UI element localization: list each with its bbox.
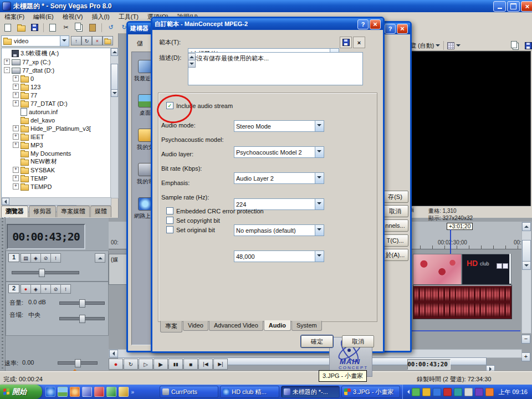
close-button[interactable] (397, 24, 408, 34)
checkbox-icon[interactable] (166, 207, 173, 214)
open-project-button[interactable] (15, 22, 27, 33)
tree-item[interactable]: +TEMPD (2, 182, 111, 191)
preview-quality-dropdown[interactable]: 覽 (自動) (410, 42, 434, 50)
track-level-slider[interactable] (12, 271, 79, 274)
video-event-photo[interactable] (413, 254, 462, 285)
tree-item[interactable]: +TEMP (2, 174, 111, 182)
tab-system[interactable]: System (291, 321, 322, 331)
window-titlebar[interactable]: 未標題的 * - Sony Vegas Pro 8.0 (0, 0, 532, 12)
dock-handle[interactable] (0, 218, 6, 371)
tree-item[interactable]: +Hide_IP_Platinum_v3[ (2, 124, 111, 132)
quicklaunch-icon[interactable] (106, 387, 116, 397)
cursor-position-box[interactable]: 00:00:43;20 (407, 359, 451, 370)
tab-audio[interactable]: Audio (264, 320, 291, 331)
tray-icon[interactable] (485, 388, 494, 396)
expander-icon[interactable]: + (13, 142, 19, 148)
ie-icon[interactable] (45, 387, 55, 397)
project-properties-button[interactable] (47, 22, 59, 33)
help-button[interactable]: ? (357, 19, 369, 29)
task-button-vegas[interactable]: 未標題的 *-... (281, 386, 340, 398)
automation-button[interactable]: + (40, 284, 51, 294)
cancel-button[interactable]: 取消 (382, 205, 408, 217)
tree-item[interactable]: NEW教材 (2, 157, 111, 166)
close-button[interactable] (521, 1, 532, 12)
mute-button[interactable]: ⊘ (40, 253, 51, 263)
menu-item-view[interactable]: 檢視(V) (58, 12, 88, 22)
quicklaunch-icon[interactable] (94, 387, 104, 397)
undo-button[interactable]: ↺ (105, 22, 117, 33)
new-project-button[interactable] (2, 22, 14, 33)
rate-slider[interactable] (58, 361, 98, 365)
tree-item[interactable]: +IEET (2, 132, 111, 141)
channels-button-fragment[interactable]: nnels... (382, 219, 408, 232)
loop-playback-button[interactable]: ↻ (124, 359, 138, 370)
task-button-paint[interactable]: 3.JPG - 小畫家 (341, 386, 400, 398)
task-button-hdclub[interactable]: HD club 精... (220, 386, 279, 398)
video-event-offline[interactable]: (媒 (109, 254, 128, 285)
record-arm-button[interactable]: ● (21, 284, 31, 294)
record-button[interactable]: ● (109, 359, 123, 370)
timeline-vertical-scrollbar[interactable] (521, 222, 531, 334)
tab-project-media[interactable]: 專案媒體 (57, 206, 90, 217)
about-button-fragment[interactable]: 於(A)... (382, 249, 408, 261)
dropdown-arrow-icon[interactable] (315, 173, 324, 183)
video-event-hdclub[interactable]: HD club (462, 254, 511, 285)
checkbox-icon[interactable] (166, 217, 173, 224)
expander-icon[interactable]: + (13, 75, 19, 81)
tree-item[interactable]: My Documents (2, 149, 111, 157)
tray-icon[interactable] (422, 388, 431, 396)
save-project-button[interactable] (28, 22, 40, 33)
tab-video[interactable]: Video (183, 321, 208, 331)
delete-template-button[interactable]: × (353, 37, 365, 48)
save-button[interactable]: 存(S) (382, 191, 408, 203)
maximize-button[interactable] (507, 1, 520, 12)
expander-icon[interactable]: + (4, 59, 10, 65)
dropdown-arrow-icon[interactable] (315, 251, 324, 262)
ok-button[interactable]: 確定 (301, 335, 333, 347)
menu-item-edit[interactable]: 編輯(E) (29, 12, 58, 22)
slider-thumb[interactable] (79, 299, 85, 308)
play-from-start-button[interactable]: ▷ (139, 359, 153, 370)
slider-thumb[interactable] (79, 315, 85, 323)
minimize-track-button[interactable] (95, 253, 105, 263)
tree-item[interactable]: +123 (2, 83, 111, 91)
time-display[interactable]: 00:00:43;20 (7, 224, 85, 249)
start-button[interactable]: 開始 (0, 385, 42, 399)
pause-button[interactable]: ▮▮ (168, 359, 183, 370)
go-to-end-button[interactable]: ▶| (213, 359, 228, 370)
new-folder-button[interactable] (103, 36, 113, 45)
track-fx-button[interactable]: ▤ (21, 253, 31, 263)
close-button[interactable] (370, 19, 381, 29)
expander-icon[interactable]: + (13, 125, 19, 131)
media-player-icon[interactable] (70, 387, 80, 397)
mute-button[interactable]: ⊘ (50, 284, 61, 294)
slider-thumb[interactable] (39, 269, 45, 277)
quicklaunch-overflow-icon[interactable]: » (131, 389, 134, 395)
tray-icon[interactable] (475, 388, 483, 396)
tab-media[interactable]: 媒體 (90, 206, 111, 217)
help-button[interactable]: ? (385, 24, 396, 34)
tree-item[interactable]: +SYSBAK (2, 166, 111, 174)
refresh-button[interactable]: ↻ (81, 36, 92, 45)
dropdown-arrow-icon[interactable] (315, 199, 324, 209)
go-to-start-button[interactable]: |◀ (198, 359, 213, 370)
track-fx-button[interactable]: ◈ (30, 284, 41, 294)
dropdown-arrow-icon[interactable] (60, 36, 69, 46)
expander-icon[interactable]: + (13, 84, 19, 90)
pan-slider[interactable] (59, 317, 105, 320)
cut-button[interactable]: ✂ (60, 22, 72, 33)
copy-snapshot-button[interactable] (510, 40, 521, 51)
expander-icon[interactable]: + (13, 183, 19, 190)
tray-icon[interactable] (464, 388, 473, 396)
expander-icon[interactable]: + (13, 134, 19, 140)
stop-button[interactable]: ■ (183, 359, 198, 370)
tab-trimmer[interactable]: 修剪器 (29, 206, 56, 217)
track-height-zoom-out-button[interactable]: − (521, 335, 530, 344)
vegas-quicklaunch-icon[interactable] (82, 387, 92, 397)
expander-icon[interactable]: + (13, 92, 19, 98)
save-template-button[interactable] (340, 37, 352, 48)
task-button-currports[interactable]: CurrPorts (160, 386, 218, 398)
dropdown-arrow-icon[interactable] (456, 44, 461, 49)
original-bit-checkbox[interactable]: Set original bit (166, 226, 215, 233)
track-header-2[interactable]: 2 ● ◈ + ⊘ ! 音量: 0.0 dB 音場: 中央 (6, 282, 109, 336)
